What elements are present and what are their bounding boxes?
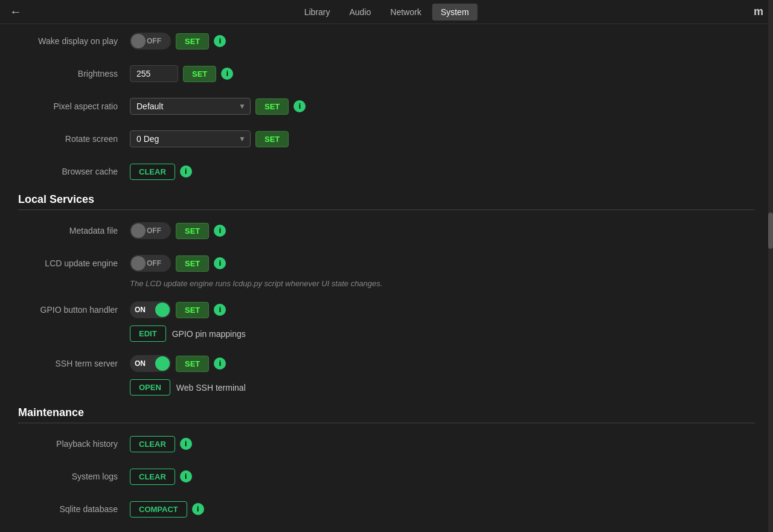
lcd-update-engine-row: LCD update engine OFF SET i xyxy=(18,252,755,274)
wake-display-info-icon[interactable]: i xyxy=(214,35,226,47)
local-services-divider xyxy=(18,210,755,210)
gpio-button-handler-toggle-label: ON xyxy=(135,306,146,314)
sqlite-database-controls: COMPACT i xyxy=(130,501,204,518)
gpio-button-handler-set-button[interactable]: SET xyxy=(176,302,209,318)
brightness-controls: SET i xyxy=(130,65,233,82)
playback-history-label: Playback history xyxy=(18,439,130,449)
lcd-description-text: The LCD update engine runs lcdup.py scri… xyxy=(130,279,382,288)
system-logs-clear-button[interactable]: CLEAR xyxy=(130,469,175,485)
gpio-edit-button[interactable]: EDIT xyxy=(130,325,166,342)
sqlite-database-info-icon[interactable]: i xyxy=(192,503,204,515)
metadata-file-info-icon[interactable]: i xyxy=(214,225,226,237)
ssh-term-server-label: SSH term server xyxy=(18,359,130,368)
wake-display-label: Wake display on play xyxy=(18,36,130,46)
wake-display-controls: OFF SET i xyxy=(130,33,226,50)
brightness-label: Brightness xyxy=(18,69,130,79)
tab-network[interactable]: Network xyxy=(382,4,429,21)
wake-display-row: Wake display on play OFF SET i xyxy=(18,30,755,52)
back-button[interactable]: ← xyxy=(10,5,22,19)
playback-history-controls: CLEAR i xyxy=(130,436,192,452)
ssh-term-server-row: SSH term server ON SET i xyxy=(18,353,755,374)
top-bar: ← Library Audio Network System m xyxy=(0,0,773,24)
brightness-set-button[interactable]: SET xyxy=(183,66,216,82)
system-logs-label: System logs xyxy=(18,472,130,481)
pixel-aspect-ratio-info-icon[interactable]: i xyxy=(293,100,306,112)
ssh-web-terminal-text: Web SSH terminal xyxy=(176,383,246,393)
browser-cache-controls: CLEAR i xyxy=(130,164,192,180)
main-content: Wake display on play OFF SET i Brightnes… xyxy=(0,24,773,532)
metadata-file-row: Metadata file OFF SET i xyxy=(18,220,755,242)
pixel-aspect-ratio-label: Pixel aspect ratio xyxy=(18,101,130,111)
scrollbar-thumb[interactable] xyxy=(768,213,773,249)
gpio-button-handler-controls: ON SET i xyxy=(130,301,226,318)
wake-display-toggle[interactable]: OFF xyxy=(130,33,171,50)
brightness-row: Brightness SET i xyxy=(18,63,755,85)
metadata-file-label: Metadata file xyxy=(18,226,130,236)
system-logs-row: System logs CLEAR i xyxy=(18,466,755,487)
metadata-file-toggle[interactable]: OFF xyxy=(130,222,171,239)
lcd-update-engine-toggle-label: OFF xyxy=(147,259,161,268)
maintenance-title: Maintenance xyxy=(18,406,755,419)
browser-cache-label: Browser cache xyxy=(18,167,130,176)
rotate-screen-label: Rotate screen xyxy=(18,134,130,144)
browser-cache-info-icon[interactable]: i xyxy=(180,165,192,178)
wake-display-toggle-label: OFF xyxy=(147,37,161,45)
brightness-info-icon[interactable]: i xyxy=(221,68,233,80)
metadata-file-toggle-label: OFF xyxy=(147,226,161,235)
gpio-pin-mappings-text: GPIO pin mappings xyxy=(172,329,246,339)
lcd-update-engine-knob xyxy=(131,256,146,271)
ssh-term-server-controls: ON SET i xyxy=(130,355,226,372)
lcd-update-engine-label: LCD update engine xyxy=(18,258,130,268)
pixel-aspect-ratio-set-button[interactable]: SET xyxy=(255,98,289,115)
scrollbar[interactable] xyxy=(768,0,773,532)
metadata-file-set-button[interactable]: SET xyxy=(176,223,209,239)
tab-library[interactable]: Library xyxy=(296,4,339,21)
ssh-open-row: OPEN Web SSH terminal xyxy=(18,379,755,396)
playback-history-clear-button[interactable]: CLEAR xyxy=(130,436,175,452)
gpio-button-handler-info-icon[interactable]: i xyxy=(214,304,226,316)
rotate-screen-select-wrapper: 0 Deg 90 Deg 180 Deg 270 Deg ▼ xyxy=(130,130,251,147)
gpio-button-handler-label: GPIO button handler xyxy=(18,305,130,315)
brightness-input[interactable] xyxy=(130,65,178,82)
wake-display-set-button[interactable]: SET xyxy=(176,33,209,50)
lcd-update-engine-toggle[interactable]: OFF xyxy=(130,255,171,272)
metadata-file-knob xyxy=(131,223,146,238)
tab-audio[interactable]: Audio xyxy=(341,4,379,21)
user-icon: m xyxy=(754,5,763,18)
sqlite-database-row: Sqlite database COMPACT i xyxy=(18,498,755,520)
browser-cache-row: Browser cache CLEAR i xyxy=(18,161,755,182)
rotate-screen-select[interactable]: 0 Deg 90 Deg 180 Deg 270 Deg xyxy=(130,130,251,147)
pixel-aspect-ratio-controls: Default 1:1 4:3 16:9 ▼ SET i xyxy=(130,98,306,115)
nav-tabs: Library Audio Network System xyxy=(296,4,478,21)
ssh-term-server-toggle[interactable]: ON xyxy=(130,355,171,372)
lcd-description-row: The LCD update engine runs lcdup.py scri… xyxy=(18,279,755,288)
rotate-screen-row: Rotate screen 0 Deg 90 Deg 180 Deg 270 D… xyxy=(18,128,755,150)
sqlite-database-label: Sqlite database xyxy=(18,504,130,514)
maintenance-divider xyxy=(18,423,755,423)
gpio-button-handler-toggle[interactable]: ON xyxy=(130,301,171,318)
gpio-button-handler-knob xyxy=(155,303,170,317)
playback-history-row: Playback history CLEAR i xyxy=(18,433,755,455)
sqlite-database-compact-button[interactable]: COMPACT xyxy=(130,501,187,518)
wake-display-knob xyxy=(131,34,146,48)
local-services-title: Local Services xyxy=(18,193,755,206)
ssh-term-server-set-button[interactable]: SET xyxy=(176,356,209,372)
ssh-term-server-info-icon[interactable]: i xyxy=(214,357,226,370)
rotate-screen-set-button[interactable]: SET xyxy=(255,131,289,147)
system-logs-info-icon[interactable]: i xyxy=(180,470,192,482)
pixel-aspect-ratio-row: Pixel aspect ratio Default 1:1 4:3 16:9 … xyxy=(18,95,755,117)
lcd-update-engine-set-button[interactable]: SET xyxy=(176,255,209,272)
gpio-button-handler-row: GPIO button handler ON SET i xyxy=(18,299,755,321)
gpio-edit-row: EDIT GPIO pin mappings xyxy=(18,325,755,342)
ssh-open-button[interactable]: OPEN xyxy=(130,379,170,396)
browser-cache-clear-button[interactable]: CLEAR xyxy=(130,164,175,180)
system-logs-controls: CLEAR i xyxy=(130,469,192,485)
pixel-aspect-ratio-select-wrapper: Default 1:1 4:3 16:9 ▼ xyxy=(130,98,251,115)
lcd-update-engine-controls: OFF SET i xyxy=(130,255,226,272)
pixel-aspect-ratio-select[interactable]: Default 1:1 4:3 16:9 xyxy=(130,98,251,115)
rotate-screen-controls: 0 Deg 90 Deg 180 Deg 270 Deg ▼ SET xyxy=(130,130,289,147)
metadata-file-controls: OFF SET i xyxy=(130,222,226,239)
lcd-update-engine-info-icon[interactable]: i xyxy=(214,257,226,269)
tab-system[interactable]: System xyxy=(432,4,478,21)
playback-history-info-icon[interactable]: i xyxy=(180,438,192,450)
